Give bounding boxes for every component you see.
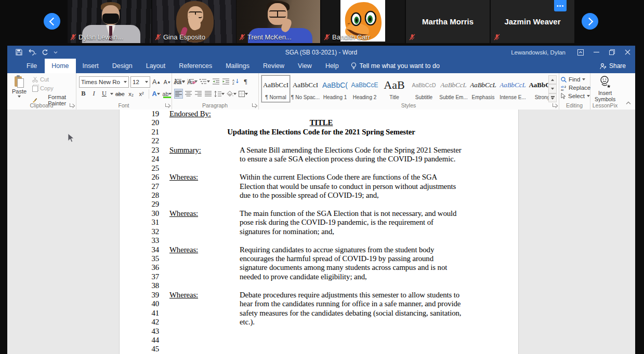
align-center-button[interactable] [184, 89, 193, 99]
style-intense-emphasis[interactable]: AaBbCcLIntense E... [498, 75, 527, 102]
restore-button[interactable] [604, 46, 620, 59]
style-normal[interactable]: AaBbCcI¶ Normal [261, 75, 290, 102]
prev-participants-button[interactable] [44, 13, 60, 30]
styles-dialog-launcher[interactable] [552, 103, 557, 108]
strikethrough-button[interactable]: abe [115, 89, 125, 99]
paragraph-dialog-launcher[interactable] [252, 103, 257, 108]
text-effects-button[interactable]: A [152, 89, 161, 99]
tab-design[interactable]: Design [106, 59, 139, 73]
align-center-icon [185, 91, 192, 97]
tell-me-label: Tell me what you want to do [360, 62, 440, 70]
subscript-button[interactable]: x₂ [127, 89, 136, 99]
underline-button[interactable]: U [100, 89, 109, 99]
insert-symbols-button[interactable]: Insert Symbols [593, 75, 617, 103]
tab-file[interactable]: File [19, 59, 45, 73]
line-spacing-button[interactable] [214, 89, 225, 99]
font-dialog-launcher[interactable] [165, 103, 170, 108]
numbering-button[interactable]: 123 [187, 76, 198, 86]
style-subtle-emphasis[interactable]: AaBbCcLSubtle Em... [439, 75, 468, 102]
triangle-up-icon [551, 79, 554, 81]
styles-scroll-down-button[interactable] [548, 84, 557, 93]
title-bar: SGA (SB 03-2021) - Word Lewandowski, Dyl… [7, 46, 635, 59]
doc-line-42: 42etc.). [120, 318, 518, 326]
align-left-button[interactable] [174, 89, 183, 99]
minimize-button[interactable] [588, 46, 604, 59]
tab-review[interactable]: Review [256, 59, 291, 73]
tab-home[interactable]: Home [45, 59, 75, 73]
shrink-font-button[interactable]: A▼ [163, 77, 172, 87]
tab-help[interactable]: Help [319, 59, 346, 73]
ribbon-display-options-icon [577, 49, 584, 56]
next-participants-button[interactable] [582, 13, 598, 30]
superscript-button[interactable]: x² [137, 89, 146, 99]
undo-button[interactable] [28, 49, 36, 56]
decrease-indent-button[interactable] [212, 76, 220, 86]
clipboard-dialog-launcher[interactable] [69, 103, 74, 108]
styles-scroll-up-button[interactable] [548, 75, 557, 84]
muted-mic-icon [409, 34, 415, 40]
collapse-ribbon-button[interactable] [626, 99, 631, 106]
increase-indent-button[interactable] [221, 76, 230, 86]
participant-name-label: Dylan Lewan... [70, 33, 123, 41]
style-heading-2[interactable]: AaBbCcEHeading 2 [350, 75, 379, 102]
bullets-button[interactable] [174, 76, 186, 86]
font-size-value: 12 [133, 79, 139, 85]
style-no-spacing[interactable]: AaBbCcI¶ No Spac... [291, 75, 320, 102]
chevron-down-icon [582, 78, 585, 80]
shading-button[interactable] [226, 89, 237, 99]
participant-tile-jazmin[interactable]: ••• Jazmin Weaver [491, 0, 574, 43]
document-page[interactable]: 19Endorsed By:20TITLE21Updating the Elec… [119, 110, 519, 354]
bold-button[interactable]: B [79, 89, 88, 99]
italic-button[interactable]: I [89, 89, 98, 99]
participant-tile-bandith[interactable]: Bandith Carr [321, 0, 405, 43]
share-button[interactable]: Share [597, 59, 629, 73]
styles-gallery-more-button[interactable] [548, 93, 557, 102]
justify-button[interactable] [204, 89, 213, 99]
muted-mic-icon [155, 34, 161, 40]
tab-layout[interactable]: Layout [139, 59, 173, 73]
borders-button[interactable] [238, 89, 248, 99]
replace-button[interactable]: abac Replace [561, 84, 590, 91]
participant-tile-gina[interactable]: Gina Esposito [152, 0, 236, 43]
style-emphasis[interactable]: AaBbCcLEmphasis [469, 75, 497, 102]
participant-name: Jazmin Weaver [491, 0, 574, 43]
participant-tile-trent[interactable]: Trent McKen... [236, 0, 320, 43]
multilevel-list-button[interactable] [199, 76, 211, 86]
cut-button[interactable]: Cut [31, 76, 76, 83]
muted-mic-icon [494, 34, 500, 40]
close-button[interactable] [620, 46, 635, 59]
font-family-value: Times New Ro [81, 79, 120, 85]
show-formatting-marks-button[interactable]: ¶ [241, 76, 250, 86]
font-size-select[interactable]: 12 [130, 76, 150, 88]
style-heading-1[interactable]: AaBbC(Heading 1 [321, 75, 349, 102]
tab-references[interactable]: References [172, 59, 219, 73]
ribbon-display-options-button[interactable] [573, 46, 588, 59]
participant-tile-martha[interactable]: Martha Morris [406, 0, 490, 43]
bullet-list-icon [175, 78, 182, 85]
redo-button[interactable] [42, 49, 48, 56]
paste-label: Paste [12, 88, 27, 94]
participant-tile-dylan[interactable]: Dylan Lewan... [68, 0, 151, 43]
customize-quick-access-button[interactable] [54, 51, 58, 54]
select-button[interactable]: Select [561, 92, 590, 100]
tab-insert[interactable]: Insert [76, 59, 106, 73]
grow-font-button[interactable]: A▲ [152, 77, 161, 87]
font-family-select[interactable]: Times New Ro [79, 76, 129, 88]
doc-line-32: 32signatures for nomination; and, [120, 227, 518, 236]
sort-button[interactable]: AZ [231, 76, 240, 86]
tab-view[interactable]: View [291, 59, 319, 73]
find-button[interactable]: Find [561, 76, 590, 83]
tell-me-box[interactable]: Tell me what you want to do [351, 59, 440, 73]
align-right-button[interactable] [194, 89, 203, 99]
paste-button[interactable]: Paste [9, 75, 29, 102]
decrease-indent-icon [213, 78, 220, 85]
text-highlight-button[interactable]: ab [162, 89, 173, 99]
style-title[interactable]: AaBTitle [380, 75, 409, 102]
save-button[interactable] [16, 49, 22, 56]
chevron-down-icon [182, 80, 185, 83]
chevron-down-icon [124, 81, 127, 83]
copy-button[interactable]: Copy [31, 84, 76, 92]
tab-mailings[interactable]: Mailings [219, 59, 256, 73]
style-subtitle[interactable]: AaBbCcDSubtitle [410, 75, 438, 102]
doc-line-41: 41safety measures for the candidates deb… [120, 309, 518, 318]
